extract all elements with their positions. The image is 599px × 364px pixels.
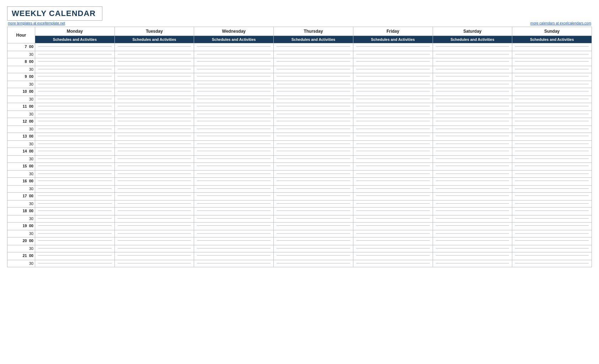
schedule-cell[interactable] (353, 200, 433, 208)
schedule-cell[interactable] (114, 193, 194, 200)
schedule-cell[interactable] (353, 186, 433, 193)
schedule-cell[interactable] (114, 148, 194, 156)
schedule-cell[interactable] (274, 88, 353, 96)
schedule-cell[interactable] (512, 156, 592, 163)
schedule-cell[interactable] (433, 230, 512, 237)
schedule-cell[interactable] (274, 96, 353, 103)
schedule-cell[interactable] (114, 118, 194, 126)
link-right[interactable]: more calendars at excelcalendars.com (530, 21, 591, 25)
link-left[interactable]: more templates at exceltemplate.net (8, 21, 65, 25)
schedule-cell[interactable] (114, 73, 194, 81)
schedule-cell[interactable] (194, 96, 274, 103)
schedule-cell[interactable] (194, 223, 274, 230)
schedule-cell[interactable] (353, 163, 433, 171)
schedule-cell[interactable] (433, 58, 512, 66)
schedule-cell[interactable] (35, 252, 115, 260)
schedule-cell[interactable] (194, 163, 274, 171)
schedule-cell[interactable] (353, 156, 433, 163)
schedule-cell[interactable] (194, 43, 274, 51)
schedule-cell[interactable] (353, 252, 433, 260)
schedule-cell[interactable] (353, 88, 433, 96)
schedule-cell[interactable] (353, 171, 433, 178)
schedule-cell[interactable] (274, 126, 353, 133)
schedule-cell[interactable] (274, 223, 353, 230)
schedule-cell[interactable] (274, 141, 353, 148)
schedule-cell[interactable] (353, 126, 433, 133)
schedule-cell[interactable] (35, 178, 115, 186)
schedule-cell[interactable] (114, 223, 194, 230)
schedule-cell[interactable] (353, 81, 433, 88)
schedule-cell[interactable] (433, 126, 512, 133)
schedule-cell[interactable] (114, 51, 194, 58)
schedule-cell[interactable] (433, 171, 512, 178)
schedule-cell[interactable] (353, 133, 433, 141)
schedule-cell[interactable] (194, 200, 274, 208)
schedule-cell[interactable] (194, 111, 274, 118)
schedule-cell[interactable] (114, 126, 194, 133)
schedule-cell[interactable] (433, 223, 512, 230)
schedule-cell[interactable] (35, 193, 115, 200)
schedule-cell[interactable] (274, 43, 353, 51)
schedule-cell[interactable] (114, 215, 194, 223)
schedule-cell[interactable] (512, 73, 592, 81)
schedule-cell[interactable] (114, 58, 194, 66)
schedule-cell[interactable] (114, 141, 194, 148)
schedule-cell[interactable] (512, 88, 592, 96)
schedule-cell[interactable] (35, 96, 115, 103)
schedule-cell[interactable] (194, 148, 274, 156)
schedule-cell[interactable] (274, 118, 353, 126)
schedule-cell[interactable] (114, 156, 194, 163)
schedule-cell[interactable] (35, 43, 115, 51)
schedule-cell[interactable] (194, 208, 274, 215)
schedule-cell[interactable] (274, 58, 353, 66)
schedule-cell[interactable] (512, 200, 592, 208)
schedule-cell[interactable] (353, 73, 433, 81)
schedule-cell[interactable] (274, 245, 353, 252)
schedule-cell[interactable] (114, 96, 194, 103)
schedule-cell[interactable] (114, 133, 194, 141)
schedule-cell[interactable] (274, 51, 353, 58)
schedule-cell[interactable] (274, 133, 353, 141)
schedule-cell[interactable] (433, 118, 512, 126)
schedule-cell[interactable] (274, 73, 353, 81)
schedule-cell[interactable] (194, 88, 274, 96)
schedule-cell[interactable] (512, 43, 592, 51)
schedule-cell[interactable] (35, 260, 115, 267)
schedule-cell[interactable] (274, 252, 353, 260)
schedule-cell[interactable] (433, 200, 512, 208)
schedule-cell[interactable] (35, 103, 115, 111)
schedule-cell[interactable] (353, 193, 433, 200)
schedule-cell[interactable] (194, 237, 274, 245)
schedule-cell[interactable] (35, 88, 115, 96)
schedule-cell[interactable] (35, 118, 115, 126)
schedule-cell[interactable] (274, 171, 353, 178)
schedule-cell[interactable] (274, 230, 353, 237)
schedule-cell[interactable] (35, 126, 115, 133)
schedule-cell[interactable] (433, 237, 512, 245)
schedule-cell[interactable] (114, 111, 194, 118)
schedule-cell[interactable] (353, 178, 433, 186)
schedule-cell[interactable] (35, 223, 115, 230)
schedule-cell[interactable] (512, 245, 592, 252)
schedule-cell[interactable] (114, 88, 194, 96)
schedule-cell[interactable] (353, 66, 433, 73)
schedule-cell[interactable] (353, 51, 433, 58)
schedule-cell[interactable] (194, 156, 274, 163)
schedule-cell[interactable] (353, 260, 433, 267)
schedule-cell[interactable] (35, 81, 115, 88)
schedule-cell[interactable] (433, 133, 512, 141)
schedule-cell[interactable] (512, 208, 592, 215)
schedule-cell[interactable] (194, 141, 274, 148)
schedule-cell[interactable] (353, 148, 433, 156)
schedule-cell[interactable] (433, 156, 512, 163)
schedule-cell[interactable] (512, 58, 592, 66)
schedule-cell[interactable] (433, 245, 512, 252)
schedule-cell[interactable] (353, 208, 433, 215)
schedule-cell[interactable] (512, 148, 592, 156)
schedule-cell[interactable] (512, 237, 592, 245)
schedule-cell[interactable] (274, 103, 353, 111)
schedule-cell[interactable] (274, 237, 353, 245)
schedule-cell[interactable] (35, 141, 115, 148)
schedule-cell[interactable] (114, 163, 194, 171)
schedule-cell[interactable] (433, 111, 512, 118)
